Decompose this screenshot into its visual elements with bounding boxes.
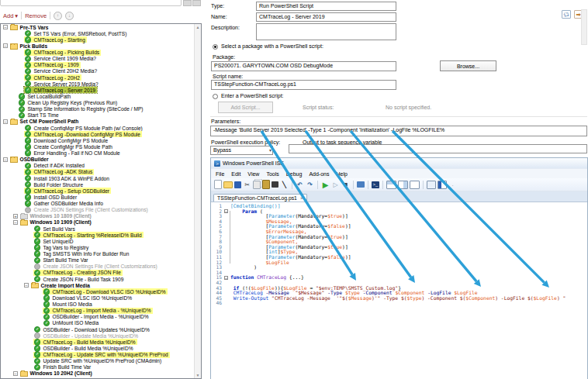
tree-step[interactable]: ✓CMTraceLog - 1909 — [1, 62, 201, 68]
tree-step[interactable]: Create JSON Settings File (Client Custom… — [1, 207, 201, 213]
menu-debug[interactable]: Debug — [286, 171, 303, 177]
tree-step[interactable]: ✓Install 1903 ADK & WinPE Addon — [1, 175, 201, 181]
copy-icon[interactable] — [253, 181, 261, 189]
collapse-icon[interactable]: − — [3, 25, 8, 29]
script-name-field[interactable]: TSStepFunction-CMTraceLog.ps1 — [211, 80, 396, 90]
parameters-field[interactable]: -Message 'Build Server 2019 Selected' -T… — [210, 126, 587, 136]
tree-step[interactable]: ✓Update SRC with %UniqueID% PreProd (CMA… — [1, 358, 201, 364]
tree-step[interactable]: ✓CMTraceLog - Setup OSDBuilder — [1, 188, 201, 194]
tree-step[interactable]: ✓CMTraceLog - Update SRC with %UniqueID%… — [1, 352, 201, 358]
tree-step[interactable]: ✓Create ConfigMgr PS Module Path — [1, 143, 201, 150]
tree-group[interactable]: −Create Import Media — [1, 282, 201, 288]
code-line[interactable]: 15−function CMTraceLog {...} — [211, 275, 587, 281]
tree-step[interactable]: ✓Gather OSDBuilder Media Info — [1, 201, 201, 207]
exec-policy-dropdown[interactable]: Bypass — [210, 146, 273, 155]
tree-step[interactable]: Create JSON Settings File (Client Custom… — [1, 264, 201, 270]
paneb-icon[interactable] — [438, 181, 447, 189]
menu-edit[interactable]: Edit — [231, 171, 240, 177]
collapse-icon[interactable]: − — [13, 371, 18, 376]
collapse-icon[interactable]: − — [3, 43, 8, 48]
tree-step[interactable]: ✓Create ConfigMgr PS Module Path (w/ Con… — [1, 125, 201, 131]
tree-step[interactable]: ✓Finish Build Time Var — [1, 364, 201, 370]
tree-group[interactable]: −Pre-TS Vars — [1, 24, 201, 30]
runsel-icon[interactable]: ▷ — [331, 181, 340, 189]
more-icon[interactable]: . — [448, 181, 457, 189]
tree-step[interactable]: ✓Stamp Site Information to Registry (Sit… — [1, 106, 201, 112]
tree-step[interactable]: ✓CMTraceLog - Creating JSON File — [1, 270, 201, 276]
paste-icon[interactable] — [262, 180, 270, 189]
wrench-icon[interactable]: ╲ — [280, 181, 289, 189]
tree-step[interactable]: ✓Set TS Vars (Error, SMSReboot, PostTS) — [1, 30, 201, 36]
panel-scrollbar[interactable] — [581, 9, 587, 45]
tree-group[interactable]: +Windows 10 1809 (Client) — [1, 213, 201, 219]
tree-step[interactable]: ✓UnMount ISO Media — [1, 320, 201, 326]
layside-icon[interactable] — [398, 181, 408, 189]
menu-view[interactable]: View — [247, 171, 259, 177]
cut-icon[interactable]: ✂ — [243, 181, 251, 189]
undo-icon[interactable]: ↶ — [296, 181, 304, 189]
tree-step[interactable]: ✓Set UniqueID — [1, 238, 201, 244]
tree-step[interactable]: ✓Start TS Time — [1, 112, 201, 119]
tree-step[interactable]: ✓CMTraceLog - Build Media %UniqueID% — [1, 339, 201, 345]
stop-icon[interactable]: ■ — [341, 181, 350, 189]
browse-button[interactable]: Browse... — [440, 60, 496, 71]
tree-step[interactable]: ✓Tag Vars to Registry — [1, 244, 201, 250]
tree-step[interactable]: ✓Download ConfigMgr PS Module — [1, 137, 201, 143]
add-button[interactable]: Add▾ — [3, 12, 18, 19]
tree-group[interactable]: −OSDBuilder — [1, 157, 201, 163]
console-icon[interactable]: >_ — [372, 181, 379, 188]
tree-step[interactable]: ✓Clean Up Registry Keys (Previous Run) — [1, 100, 201, 106]
package-field[interactable]: PS200071. GARYTOWN.COM OSD DebugMode — [211, 61, 396, 71]
move-down-icon[interactable]: ↓ — [65, 12, 74, 20]
tree-step[interactable]: ✓Service Client 20H2 Media? — [1, 68, 201, 74]
code-line[interactable]: 46 — [211, 301, 587, 306]
output-var-field[interactable] — [289, 144, 587, 153]
ise-title-bar[interactable]: ≻ Windows PowerShell ISE — [211, 158, 587, 169]
move-up-icon[interactable]: ↑ — [54, 12, 62, 20]
tree-step[interactable]: ✓CMTraceLog - Starting %ReleaseID% Build — [1, 232, 201, 238]
tree-group[interactable]: −Windows 10 1909 (Client) — [1, 219, 201, 226]
run-icon[interactable]: ▶ — [321, 181, 330, 189]
collapse-icon[interactable]: − — [3, 157, 8, 162]
redo-icon[interactable]: ↷ — [306, 181, 314, 189]
remote-icon[interactable] — [357, 181, 365, 188]
menu-tools[interactable]: Tools — [266, 171, 278, 177]
menu-add-ons[interactable]: Add-ons — [309, 171, 329, 177]
tree-step[interactable]: ✓CMTraceLog - Download VLSC ISO %UniqueI… — [1, 288, 201, 295]
scroll-down-icon[interactable]: ▼ — [195, 372, 201, 378]
name-field[interactable]: CMTraceLog - Server 2019 — [256, 12, 396, 22]
tree-step[interactable]: OSDBuilder - Update Media %UniqueID% — [1, 332, 201, 339]
tree-step[interactable]: ✓Service Client 1909 Media? — [1, 56, 201, 62]
remove-button[interactable]: Remove — [25, 12, 47, 19]
description-field[interactable] — [256, 23, 396, 40]
tree-step[interactable]: ✓Build Folder Structure — [1, 181, 201, 188]
menu-file[interactable]: File — [216, 171, 224, 177]
task-sequence-tree[interactable]: −Pre-TS Vars✓Set TS Vars (Error, SMSRebo… — [0, 23, 202, 379]
scroll-up-icon[interactable]: ▲ — [195, 24, 201, 30]
tree-step[interactable]: ✓CMTraceLog - Server 2019 — [1, 87, 201, 93]
tree-step[interactable]: ✓Error Handling - Fail if NO CM Module — [1, 150, 201, 157]
tab-close-icon[interactable]: × — [300, 195, 303, 201]
tree-step[interactable]: ✓CMTraceLog - Picking Builds — [1, 50, 201, 56]
fold-toggle-icon[interactable]: − — [224, 209, 228, 213]
tree-step[interactable]: ✓Detect if ADK Installed — [1, 163, 201, 169]
collapse-icon[interactable]: − — [24, 283, 29, 288]
code-line[interactable]: 45 Write-Output "CMTraceLog -Message '"$… — [211, 296, 587, 301]
tree-step[interactable]: ✓OSDBuilder - Download Updates %UniqueID… — [1, 326, 201, 332]
tree-step[interactable]: ✓OSDBuilder - Import Media - %UniqueID% — [1, 314, 201, 320]
menu-help[interactable]: Help — [336, 171, 347, 177]
expand-icon[interactable]: + — [13, 214, 18, 219]
tree-step[interactable]: ✓Create JSON File - Build Task 1909 — [1, 276, 201, 282]
new-icon[interactable] — [214, 180, 222, 189]
open-icon[interactable] — [223, 181, 233, 188]
code-line[interactable]: 1[CmdletBinding()] — [211, 204, 587, 209]
tree-group[interactable]: −Windows 10 20H2 (Client) — [1, 370, 201, 377]
snippet-icon[interactable] — [272, 181, 278, 188]
tree-group[interactable]: −Set CM PowerShell Path — [1, 119, 201, 125]
tree-step[interactable]: ✓Mount ISO Media — [1, 301, 201, 308]
panea-icon[interactable] — [427, 181, 436, 189]
tree-step[interactable]: ✓Tag SMSTS With Info For Builder Run — [1, 251, 201, 257]
tree-step[interactable]: ✓Download VLSC ISO %UniqueID% — [1, 295, 201, 301]
tree-step[interactable]: ✓CMTraceLog - Starting — [1, 36, 201, 43]
tree-step[interactable]: ✓Install OSD Builder — [1, 194, 201, 200]
